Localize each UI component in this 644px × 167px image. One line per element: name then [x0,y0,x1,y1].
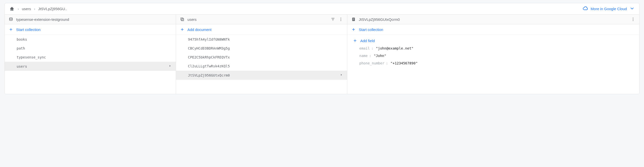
document-panel: JtSVLpZj956GUtxQcrm0 Start collection [347,15,639,94]
more-google-cloud-label: More in Google Cloud [590,7,627,11]
chevron-right-icon: › [18,7,19,11]
svg-point-0 [340,17,341,18]
svg-point-8 [633,19,634,20]
start-collection-label: Start collection [359,27,383,32]
project-panel-header: typesense-extension-testground [5,15,176,24]
collection-list-item[interactable]: path [5,44,176,53]
more-vert-icon[interactable] [339,17,343,21]
collection-list-item[interactable]: books [5,35,176,44]
start-collection-label: Start collection [16,27,40,32]
breadcrumb-item-doc[interactable]: JtSVLpZj956GU.. [38,7,67,11]
list-item-label: JtSVLpZj956GUtxQcrm0 [188,73,230,77]
collection-panel: users Add document 9475hfA4ylIdfGN8WNTk [176,15,347,94]
list-item-label: path [17,46,25,50]
project-title: typesense-extension-testground [16,17,69,21]
field-key: phone_number [359,61,384,65]
chevron-right-icon: › [34,7,35,11]
filter-icon[interactable] [331,17,335,21]
svg-point-9 [633,20,634,21]
list-item-label: Cl2uLLLgtTwRsk4zKQl5 [188,64,230,68]
field-key: name [359,54,368,58]
document-title: JtSVLpZj956GUtxQcrm0 [359,17,400,21]
plus-icon [9,27,13,32]
more-vert-icon[interactable] [631,17,635,21]
field-key: email [359,46,370,50]
cloud-icon [583,6,588,12]
collection-list-item[interactable]: users [5,62,176,71]
chevron-right-icon [340,73,343,77]
field-value: "John" [374,54,386,58]
document-icon [351,17,356,21]
list-item-label: 9475hfA4ylIdfGN8WNTk [188,37,230,41]
document-panel-header: JtSVLpZj956GUtxQcrm0 [347,15,639,24]
field-value: "+1234567890" [390,61,418,65]
svg-point-2 [340,20,341,21]
field-row[interactable]: phone_number:"+1234567890" [359,61,635,65]
svg-point-7 [633,17,634,18]
svg-rect-5 [353,19,354,19]
database-icon [9,17,13,21]
document-list-item[interactable]: JtSVLpZj956GUtxQcrm0 [176,71,347,80]
plus-icon [351,27,356,32]
list-item-label: CPE2C5bkRhpCkFREQVTx [188,55,230,59]
start-collection-button[interactable]: Start collection [347,24,639,35]
collection-list-item[interactable]: typesense_sync [5,53,176,62]
field-row[interactable]: name:"John" [359,54,635,58]
svg-rect-4 [353,18,354,18]
plus-icon [353,38,357,43]
more-google-cloud-link[interactable]: More in Google Cloud [583,6,635,12]
collection-panel-header: users [176,15,347,24]
home-icon[interactable] [9,6,15,12]
plus-icon [180,27,184,32]
chevron-down-icon [629,6,635,12]
list-item-label: users [17,64,27,68]
document-list-item[interactable]: Cl2uLLLgtTwRsk4zKQl5 [176,62,347,71]
list-item-label: CBCyHCdEOBDRAnWM3g5g [188,46,230,50]
field-value: "john@example.net" [376,46,414,50]
list-item-label: typesense_sync [17,55,46,59]
document-list-item[interactable]: CPE2C5bkRhpCkFREQVTx [176,53,347,62]
svg-rect-6 [353,20,354,20]
svg-point-1 [340,19,341,20]
breadcrumb-item-users[interactable]: users [22,7,31,11]
document-list-item[interactable]: CBCyHCdEOBDRAnWM3g5g [176,44,347,53]
breadcrumb: › users › JtSVLpZj956GU.. [9,6,67,12]
chevron-right-icon [168,64,172,68]
collection-icon [180,17,184,21]
field-row[interactable]: email:"john@example.net" [359,46,635,50]
add-document-label: Add document [188,27,212,32]
list-item-label: books [17,37,27,41]
start-collection-button[interactable]: Start collection [5,24,176,35]
project-panel: typesense-extension-testground Start col… [5,15,176,94]
collection-title: users [188,17,197,21]
add-document-button[interactable]: Add document [176,24,347,35]
add-field-label: Add field [360,39,375,43]
add-field-button[interactable]: Add field [347,35,639,44]
document-list-item[interactable]: 9475hfA4ylIdfGN8WNTk [176,35,347,44]
